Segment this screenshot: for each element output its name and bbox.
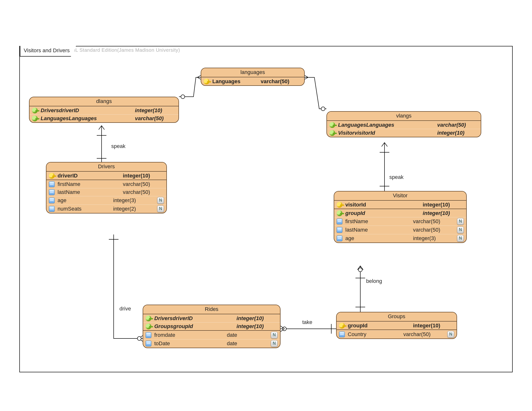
table-row: DriversdriverID integer(10) [29,106,179,114]
page: Visual Paradigm for UML Standard Edition… [0,0,532,411]
entity-dlangs[interactable]: dlangs DriversdriverID integer(10) Langu… [29,97,179,123]
foreign-key-icon [329,122,335,128]
column-icon [146,332,151,338]
nullable-badge: N [447,331,454,338]
foreign-key-icon [337,210,342,216]
entity-rides[interactable]: Rides DriversdriverID integer(10) Groups… [143,305,281,348]
key-icon [204,79,209,84]
table-row: lastName varchar(50) [47,188,166,196]
entity-groups[interactable]: Groups groupId integer(10) Country varch… [336,312,457,339]
nullable-badge: N [457,226,464,233]
key-icon [49,173,55,179]
label-belong: belong [366,278,382,284]
foreign-key-icon [32,108,38,113]
nullable-badge: N [457,235,464,242]
foreign-key-icon [32,116,38,121]
key-icon [337,202,342,208]
table-row: LanguagesLanguages varchar(50) [29,114,179,122]
entity-title: Visitor [334,191,466,201]
foreign-key-icon [146,316,151,321]
table-row: Languages varchar(50) [201,77,304,85]
entity-title: dlangs [29,97,179,106]
table-row: firstName varchar(50) N [334,217,466,225]
table-row: fromdate date N [143,331,280,339]
entity-vlangs[interactable]: vlangs LanguagesLanguages varchar(50) Vi… [326,111,481,137]
nullable-badge: N [157,197,164,204]
table-row: visitorId integer(10) [334,201,466,209]
nullable-badge: N [271,340,278,347]
table-row: numSeats integer(2) N [47,205,166,213]
nullable-badge: N [157,206,164,212]
entity-visitor[interactable]: Visitor visitorId integer(10) groupId in… [334,191,467,243]
entity-title: Drivers [47,162,166,172]
table-row: VisitorvisitorId integer(10) [327,129,481,137]
table-row: age integer(3) N [47,196,166,205]
table-row: groupId integer(10) [334,209,466,217]
column-icon [49,206,55,212]
table-row: lastName varchar(50) N [334,225,466,234]
column-icon [146,341,151,346]
table-row: groupId integer(10) [337,322,456,329]
table-row: DriversdriverID integer(10) [143,314,280,322]
table-row: Country varchar(50) N [337,330,456,338]
table-row: driverID integer(10) [47,172,166,180]
column-icon [49,197,55,203]
column-icon [337,227,342,233]
foreign-key-icon [329,130,335,136]
frame-title: Visitors and Drivers [20,46,76,56]
nullable-badge: N [457,218,464,225]
entity-title: Groups [337,312,456,322]
column-icon [339,331,345,337]
label-speak-drivers: speak [111,143,125,149]
entity-drivers[interactable]: Drivers driverID integer(10) firstName v… [46,162,167,214]
table-row: firstName varchar(50) [47,180,166,188]
label-take: take [302,319,313,325]
label-speak-visitor: speak [389,174,404,180]
nullable-badge: N [271,332,278,338]
column-icon [337,219,342,224]
column-icon [49,189,55,195]
column-icon [337,235,342,241]
table-row: LanguagesLanguages varchar(50) [327,121,481,129]
entity-title: vlangs [327,112,481,121]
foreign-key-icon [146,324,151,329]
column-icon [49,181,55,187]
table-row: age integer(3) N [334,234,466,243]
entity-title: Rides [143,305,280,314]
entity-title: languages [201,68,304,77]
entity-languages[interactable]: languages Languages varchar(50) [201,68,305,86]
table-row: GroupsgroupId integer(10) [143,322,280,330]
table-row: toDate date N [143,339,280,348]
key-icon [339,323,345,328]
label-drive: drive [119,306,131,312]
